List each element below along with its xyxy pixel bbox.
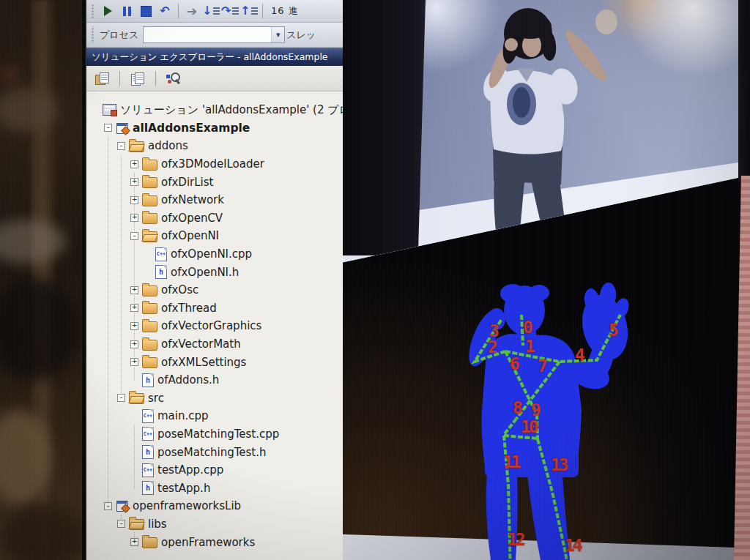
tree-item-label: ofxOpenNI.h [171,266,239,279]
folder-closed-icon [142,340,157,351]
code-lines-icon [251,6,258,16]
restart-button[interactable]: ↶ [156,3,174,19]
tracking-app-window: 01234567891011131214 [343,0,750,560]
tree-item-label: ofAddons.h [157,373,219,387]
tree-item[interactable]: htestApp.h [86,479,343,497]
tree-item[interactable]: +ofxOsc [86,281,343,299]
tree-item-label: src [148,392,164,405]
tree-item-label: allAddonsExample [133,122,250,135]
tree-item[interactable]: hofAddons.h [86,371,343,389]
joint-labels: 01234567891011131214 [343,0,750,560]
folder-open-icon [129,141,144,152]
photo-edge-dark [738,0,750,182]
tree-item[interactable]: -openframeworksLib [86,497,343,515]
tree-item[interactable]: -libs [86,515,343,534]
tree-item-label: ofxNetwork [161,193,224,206]
collapse-icon[interactable]: - [104,502,112,510]
properties-button[interactable] [92,70,111,87]
joint-label: 8 [513,400,521,417]
tree-item[interactable]: +ofxThread [86,299,343,318]
solution-icon [103,104,116,116]
tree-item[interactable]: +ofxDirList [86,173,343,191]
tree-item-label: ソリューション 'allAddonsExample' (2 プロジ [120,103,343,117]
tree-item[interactable]: -src [86,389,343,408]
collapse-icon[interactable]: - [117,520,125,528]
tree-item[interactable]: -ofxOpenNI [86,227,343,245]
step-into-icon: ↓ [202,5,212,17]
step-over-button[interactable]: ↷ [221,3,239,19]
tree-item[interactable]: +ofxVectorGraphics [86,317,343,335]
tree-item[interactable]: +ofxNetwork [86,191,343,209]
expand-icon[interactable]: + [130,304,138,312]
project-icon [116,500,129,512]
tree-item[interactable]: +ofxXMLSettings [86,353,343,371]
depth-skeleton-view: 01234567891011131214 [343,175,750,560]
tree-item[interactable]: -allAddonsExample [86,119,343,138]
tree-item-label: ofxVectorGraphics [161,319,261,332]
solution-explorer-titlebar[interactable]: ソリューション エクスプローラー - allAddonsExample [86,48,343,66]
folder-closed-icon [142,213,157,224]
show-all-files-button[interactable] [128,70,147,87]
tree-item-label: openFrameworks [161,536,255,549]
tree-item[interactable]: hofxOpenNI.h [86,263,343,281]
collapse-icon[interactable]: - [104,124,112,132]
tree-item-label: ofx3DModelLoader [161,157,264,171]
folder-closed-icon [142,537,157,548]
restart-icon: ↶ [160,5,169,17]
process-combobox[interactable]: ▾ [143,26,285,43]
collapse-icon[interactable]: - [130,232,138,240]
expand-icon[interactable]: + [130,358,138,366]
pause-button[interactable] [118,3,135,19]
header-file-icon: h [142,481,154,495]
collapse-icon[interactable]: - [117,394,125,402]
continue-button[interactable] [99,3,116,19]
joint-label: 2 [488,339,496,356]
tree-item[interactable]: C++testApp.cpp [86,461,343,479]
chevron-down-icon: ▾ [271,27,284,42]
tree-item[interactable]: C++ofxOpenNI.cpp [86,245,343,264]
expand-icon[interactable]: + [130,178,138,186]
joint-label: 3 [489,323,497,340]
class-view-button[interactable] [164,70,183,87]
tree-item-label: poseMatchingTest.cpp [157,428,279,441]
joint-label: 12 [508,531,524,548]
joint-label: 14 [565,537,581,554]
collapse-icon[interactable]: - [117,142,125,150]
expand-icon[interactable]: + [130,214,138,222]
tree-item[interactable]: +ofxVectorMath [86,335,343,354]
thread-label: スレッ [286,29,316,42]
tree-item[interactable]: +openFrameworks [86,533,343,551]
expand-icon[interactable]: + [130,322,138,330]
tree-item[interactable]: C++main.cpp [86,407,343,425]
expand-icon[interactable]: + [130,160,138,168]
joint-label: 6 [510,356,518,373]
stop-button[interactable] [137,3,155,19]
tree-item-label: ofxThread [161,302,217,315]
header-file-icon: h [155,265,167,279]
toolbar-grip[interactable] [91,26,94,43]
blurred-object [0,220,66,264]
tree-item[interactable]: ソリューション 'allAddonsExample' (2 プロジ [86,101,343,119]
joint-label: 5 [609,322,617,339]
step-into-button[interactable]: ↓ [202,3,220,19]
tree-item[interactable]: C++poseMatchingTest.cpp [86,425,343,444]
joint-label: 1 [525,338,533,355]
screen-photo: ↶ ➔ ↓ ↷ ↑ 16 進 プロセス ▾ スレッ ソリューション エクスプロー… [0,0,750,560]
expand-icon[interactable]: + [130,286,138,294]
tree-item-label: main.cpp [157,409,209,422]
step-out-button[interactable]: ↑ [240,3,258,19]
tree-item[interactable]: +ofxOpenCV [86,209,343,228]
toolbar-grip[interactable] [91,4,94,19]
tree-item[interactable]: hposeMatchingTest.h [86,443,343,461]
tree-item[interactable]: +ofx3DModelLoader [86,155,343,173]
expand-icon[interactable]: + [130,340,138,348]
expand-icon[interactable]: + [130,538,138,546]
tree-item-label: ofxOpenNI [161,229,219,242]
tree-item[interactable]: -addons [86,137,343,155]
hex-display-button[interactable]: 16 進 [271,4,299,18]
tree-item-label: addons [148,139,188,152]
joint-label: 13 [551,457,567,474]
expand-icon[interactable]: + [130,196,138,204]
show-next-statement-button[interactable]: ➔ [183,3,201,19]
process-label: プロセス [100,29,138,42]
